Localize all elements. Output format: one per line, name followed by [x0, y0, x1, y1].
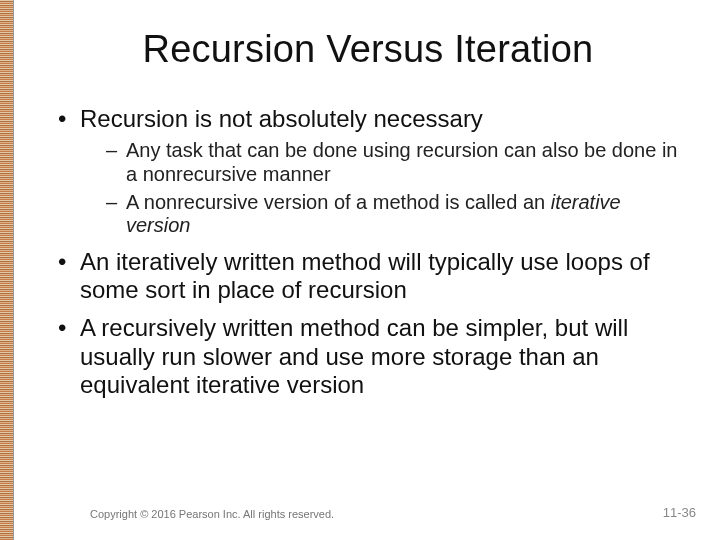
bullet-list: Recursion is not absolutely necessary An…: [46, 105, 690, 399]
slide-body: Recursion Versus Iteration Recursion is …: [0, 0, 720, 540]
sub-bullet-1-1: Any task that can be done using recursio…: [106, 139, 690, 186]
bullet-1: Recursion is not absolutely necessary An…: [58, 105, 690, 238]
footer-page-number: 11-36: [663, 505, 696, 520]
bullet-3: A recursively written method can be simp…: [58, 314, 690, 399]
sub-bullet-list-1: Any task that can be done using recursio…: [80, 139, 690, 237]
slide-title: Recursion Versus Iteration: [46, 28, 690, 71]
sub-bullet-1-1-text: Any task that can be done using recursio…: [126, 139, 677, 185]
bullet-2-text: An iteratively written method will typic…: [80, 248, 650, 303]
bullet-1-text: Recursion is not absolutely necessary: [80, 105, 483, 132]
sub-bullet-1-2-text-a: A nonrecursive version of a method is ca…: [126, 191, 551, 213]
bullet-3-text: A recursively written method can be simp…: [80, 314, 628, 398]
sub-bullet-1-2: A nonrecursive version of a method is ca…: [106, 191, 690, 238]
footer-copyright: Copyright © 2016 Pearson Inc. All rights…: [90, 508, 334, 520]
bullet-2: An iteratively written method will typic…: [58, 248, 690, 305]
